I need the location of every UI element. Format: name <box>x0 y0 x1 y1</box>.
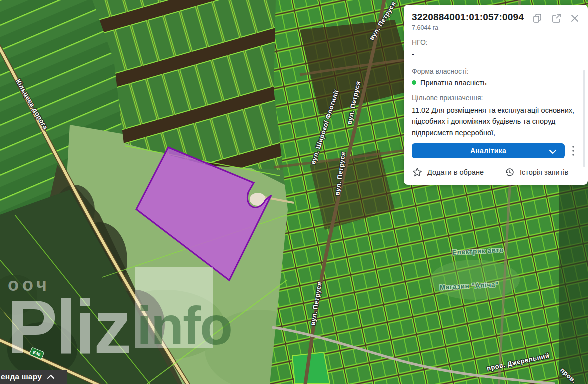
copy-icon[interactable] <box>532 13 543 24</box>
close-icon[interactable] <box>570 14 580 24</box>
add-to-favorites-label: Додати в обране <box>428 168 484 176</box>
chevron-up-icon <box>47 374 55 380</box>
ngo-value: - <box>412 50 580 60</box>
history-icon <box>504 167 516 178</box>
bright-field-parcel[interactable] <box>292 352 330 384</box>
parcel-info-panel: 3220884001:01:057:0094 7.6044 га <box>404 5 588 185</box>
purpose-value: 11.02 Для розміщення та експлуатації осн… <box>412 105 580 138</box>
open-external-icon[interactable] <box>551 13 562 24</box>
ownership-label: Форма власності: <box>412 68 580 76</box>
layer-legend-label: енда шару <box>1 372 42 382</box>
ownership-status-dot <box>412 80 416 85</box>
query-history-label: Історія запитів <box>520 168 568 176</box>
layer-legend-toggle[interactable]: енда шару <box>0 370 67 384</box>
divider <box>495 166 496 178</box>
panel-scrollbar[interactable] <box>584 70 586 168</box>
analytics-button[interactable]: Аналітика <box>412 144 565 158</box>
parcel-id-title: 3220884001:01:057:0094 <box>412 12 524 23</box>
more-options-icon[interactable] <box>570 144 577 158</box>
add-to-favorites-button[interactable]: Додати в обране <box>412 167 484 178</box>
parcel-area: 7.6044 га <box>412 24 524 32</box>
star-icon <box>412 167 423 178</box>
chevron-down-icon <box>549 148 557 156</box>
query-history-button[interactable]: Історія запитів <box>504 167 568 178</box>
analytics-button-label: Аналітика <box>470 147 506 155</box>
ownership-value: Приватна власність <box>420 79 486 87</box>
purpose-label: Цільове призначення: <box>412 94 580 102</box>
ngo-label: НГО: <box>412 38 580 46</box>
